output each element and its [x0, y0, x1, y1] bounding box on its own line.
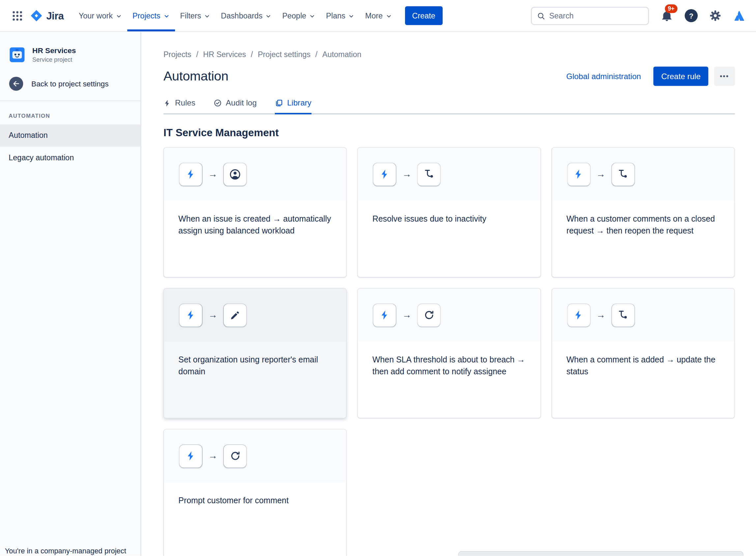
template-card-balanced-workload[interactable]: → When an issue is created → automatical…	[163, 147, 347, 277]
arrow-right-icon: →	[403, 169, 412, 179]
template-card-sla-threshold[interactable]: → When SLA threshold is about to breach …	[357, 288, 541, 418]
atlassian-logo	[733, 9, 746, 22]
chevron-down-icon	[309, 13, 315, 19]
arrow-right-icon: →	[208, 169, 218, 179]
jira-automation-library-page: Jira Your work Projects Filters Dashboar…	[0, 0, 756, 556]
user-circle-icon	[224, 163, 247, 186]
breadcrumb-separator: /	[251, 50, 253, 59]
arrow-right-icon: →	[596, 310, 605, 320]
tab-library[interactable]: Library	[275, 98, 311, 114]
nav-item-your-work[interactable]: Your work	[74, 0, 127, 31]
create-button[interactable]: Create	[405, 6, 443, 25]
chevron-down-icon	[163, 13, 169, 19]
template-card-reopen-request[interactable]: → When a customer comments on a closed r…	[551, 147, 734, 277]
app-switcher-icon[interactable]	[8, 7, 26, 25]
refresh-icon	[418, 304, 441, 326]
lightning-bolt-icon	[567, 304, 590, 326]
settings-gear-icon[interactable]	[709, 9, 721, 22]
horizontal-scrollbar-thumb[interactable]	[458, 551, 744, 556]
branch-connector-icon	[612, 163, 634, 186]
card-title: When a comment is added → update the sta…	[552, 342, 734, 378]
sidebar-item-legacy-automation[interactable]: Legacy automation	[0, 147, 140, 169]
template-card-set-organization[interactable]: → Set organization using reporter's emai…	[163, 288, 347, 418]
arrow-right-icon: →	[403, 310, 412, 320]
card-icon-strip: →	[552, 288, 734, 342]
card-title: Resolve issues due to inactivity	[358, 201, 540, 225]
primary-nav: Your work Projects Filters Dashboards Pe…	[74, 0, 397, 31]
branch-connector-icon	[612, 304, 634, 326]
arrow-right-icon: →	[208, 310, 218, 320]
app-name: Jira	[46, 10, 64, 22]
nav-item-more[interactable]: More	[360, 0, 397, 31]
refresh-icon	[224, 445, 247, 467]
lightning-bolt-icon	[179, 445, 202, 467]
search-input[interactable]	[549, 11, 643, 20]
section-title: IT Service Management	[163, 127, 735, 139]
sidebar-menu: Automation Legacy automation	[0, 124, 140, 169]
tab-rules[interactable]: Rules	[163, 98, 195, 114]
template-card-prompt-customer[interactable]: → Prompt customer for comment	[163, 429, 347, 556]
help-icon[interactable]: ?	[685, 9, 698, 23]
lightning-bolt-icon	[179, 304, 202, 326]
breadcrumb: Projects / HR Services / Project setting…	[163, 50, 735, 59]
template-card-comment-update-status[interactable]: → When a comment is added → update the s…	[551, 288, 734, 418]
chevron-down-icon	[116, 13, 122, 19]
sidebar-item-automation[interactable]: Automation	[0, 124, 140, 146]
breadcrumb-hr-services[interactable]: HR Services	[203, 50, 246, 59]
arrow-right-icon: →	[208, 451, 218, 461]
breadcrumb-separator: /	[315, 50, 318, 59]
back-arrow-icon	[9, 77, 23, 91]
nav-item-projects[interactable]: Projects	[127, 0, 175, 31]
global-administration-link[interactable]: Global administration	[566, 72, 641, 81]
nav-item-dashboards[interactable]: Dashboards	[216, 0, 277, 31]
tab-bar: Rules Audit log Library	[163, 98, 735, 114]
project-type: Service project	[32, 57, 76, 63]
chevron-down-icon	[386, 13, 392, 19]
arrow-right-icon: →	[596, 169, 605, 179]
page-title: Automation	[163, 69, 228, 83]
project-sidebar: HR Services Service project Back to proj…	[0, 32, 141, 556]
jira-logo[interactable]: Jira	[30, 9, 64, 23]
jira-logo-icon	[30, 9, 43, 23]
more-actions-button[interactable]: •••	[714, 67, 735, 86]
library-pages-icon	[275, 99, 284, 107]
lightning-bolt-icon	[373, 304, 396, 326]
template-card-resolve-inactivity[interactable]: → Resolve issues due to inactivity	[357, 147, 541, 277]
card-icon-strip: →	[358, 288, 540, 342]
breadcrumb-automation[interactable]: Automation	[322, 50, 361, 59]
lightning-icon	[163, 99, 171, 107]
project-avatar	[9, 47, 25, 62]
breadcrumb-projects[interactable]: Projects	[163, 50, 191, 59]
tab-audit-log[interactable]: Audit log	[214, 98, 257, 114]
lightning-bolt-icon	[373, 163, 396, 186]
breadcrumb-separator: /	[196, 50, 198, 59]
nav-right-controls: 9+ ?	[531, 7, 746, 25]
top-navigation-bar: Jira Your work Projects Filters Dashboar…	[0, 0, 756, 32]
sidebar-section-label: AUTOMATION	[0, 101, 140, 119]
breadcrumb-project-settings[interactable]: Project settings	[258, 50, 310, 59]
card-icon-strip: →	[164, 429, 346, 482]
back-to-project-settings[interactable]: Back to project settings	[0, 77, 140, 91]
pencil-icon	[224, 304, 247, 326]
notifications-bell-icon[interactable]: 9+	[660, 9, 673, 22]
search-icon	[536, 11, 545, 20]
nav-item-filters[interactable]: Filters	[175, 0, 216, 31]
card-title: Set organization using reporter's email …	[164, 342, 346, 378]
project-title-block: HR Services Service project	[32, 46, 76, 63]
card-icon-strip: →	[164, 148, 346, 201]
nav-item-plans[interactable]: Plans	[320, 0, 360, 31]
check-circle-icon	[214, 99, 222, 107]
project-name: HR Services	[32, 46, 76, 55]
create-rule-button[interactable]: Create rule	[653, 67, 708, 86]
project-type-footnote: You're in a company-managed project	[5, 547, 138, 555]
project-header: HR Services Service project	[0, 32, 140, 63]
chevron-down-icon	[204, 13, 210, 19]
main-content: Projects / HR Services / Project setting…	[142, 32, 756, 556]
notifications-badge: 9+	[665, 4, 678, 12]
card-title: When a customer comments on a closed req…	[552, 201, 734, 237]
card-icon-strip: →	[358, 148, 540, 201]
nav-item-people[interactable]: People	[277, 0, 320, 31]
card-title: When an issue is created → automatically…	[164, 201, 346, 237]
global-search[interactable]	[531, 7, 649, 25]
back-label: Back to project settings	[31, 79, 108, 88]
